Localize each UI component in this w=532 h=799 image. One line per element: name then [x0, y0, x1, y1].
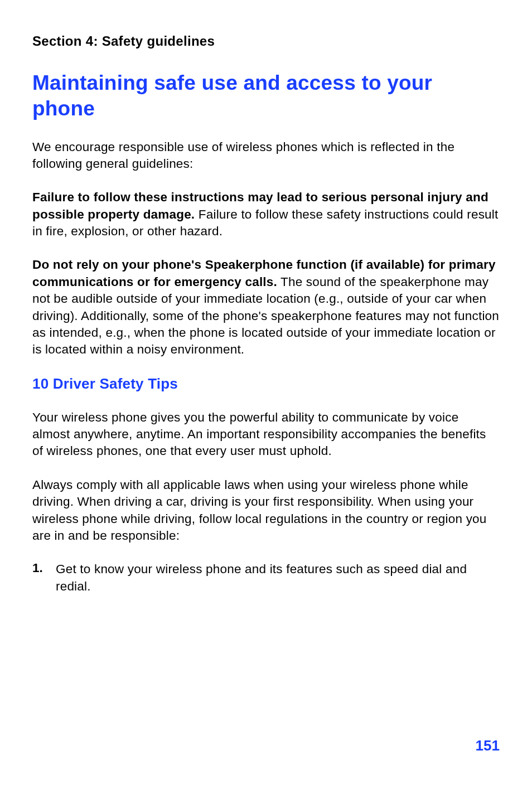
- body-paragraph-3: Your wireless phone gives you the powerf…: [32, 409, 500, 460]
- page-number: 151: [476, 737, 500, 754]
- list-number: 1.: [32, 561, 56, 595]
- list-text: Get to know your wireless phone and its …: [56, 561, 500, 595]
- warning-paragraph-2: Do not rely on your phone's Speakerphone…: [32, 256, 500, 358]
- warning-paragraph-1: Failure to follow these instructions may…: [32, 189, 500, 240]
- page-title: Maintaining safe use and access to your …: [32, 70, 500, 122]
- section-header: Section 4: Safety guidelines: [32, 33, 500, 49]
- body-paragraph-4: Always comply with all applicable laws w…: [32, 477, 500, 545]
- subheading: 10 Driver Safety Tips: [32, 375, 500, 393]
- intro-paragraph: We encourage responsible use of wireless…: [32, 139, 500, 173]
- list-item: 1. Get to know your wireless phone and i…: [32, 561, 500, 595]
